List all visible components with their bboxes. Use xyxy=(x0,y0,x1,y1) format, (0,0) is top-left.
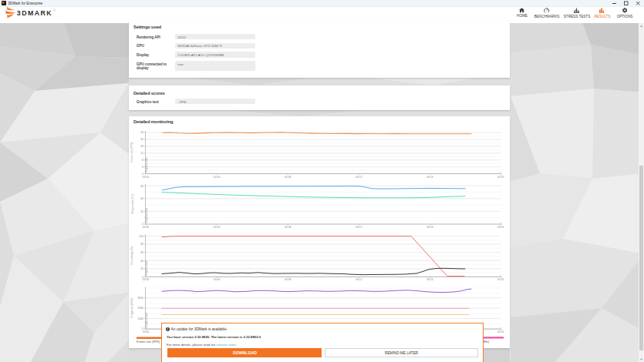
svg-text:00:00: 00:00 xyxy=(143,176,150,179)
svg-text:00:16: 00:16 xyxy=(427,176,433,179)
svg-text:Graphics test: Graphics test xyxy=(145,157,148,173)
svg-text:00:20: 00:20 xyxy=(497,226,504,229)
svg-text:20: 20 xyxy=(140,210,143,213)
svg-text:00:08: 00:08 xyxy=(285,278,292,281)
svg-text:Frame rate (FPS): Frame rate (FPS) xyxy=(137,340,160,344)
svg-text:40: 40 xyxy=(140,197,143,200)
svg-text:00:12: 00:12 xyxy=(356,226,362,229)
svg-text:00:08: 00:08 xyxy=(285,176,292,179)
svg-text:00:04: 00:04 xyxy=(214,176,221,179)
svg-text:Frame rate (FPS): Frame rate (FPS) xyxy=(131,142,134,163)
svg-text:00:00: 00:00 xyxy=(143,330,150,334)
svg-text:80: 80 xyxy=(140,243,143,246)
svg-text:Graphics test: Graphics test xyxy=(145,313,148,328)
svg-text:Graphics test: Graphics test xyxy=(145,260,148,276)
svg-text:Percentage (%): Percentage (%) xyxy=(131,246,134,265)
svg-text:00:20: 00:20 xyxy=(497,278,504,281)
svg-text:®: ® xyxy=(54,9,56,12)
svg-text:00:00: 00:00 xyxy=(143,278,150,281)
svg-text:Temperature (°C): Temperature (°C) xyxy=(131,194,134,214)
svg-text:00:08: 00:08 xyxy=(285,226,292,229)
svg-text:4: 4 xyxy=(142,166,143,169)
svg-text:1000: 1000 xyxy=(137,317,143,320)
svg-text:16: 16 xyxy=(140,145,143,148)
svg-text:00:16: 00:16 xyxy=(427,226,433,229)
svg-text:8: 8 xyxy=(142,159,143,162)
svg-text:20: 20 xyxy=(140,267,143,270)
svg-text:00:12: 00:12 xyxy=(356,278,362,281)
svg-text:Frequency (MHz): Frequency (MHz) xyxy=(131,298,134,318)
svg-text:3000: 3000 xyxy=(137,297,143,300)
svg-text:12: 12 xyxy=(140,152,143,155)
svg-text:40: 40 xyxy=(140,260,143,263)
svg-text:2000: 2000 xyxy=(137,307,143,310)
svg-text:60: 60 xyxy=(140,251,143,254)
svg-text:00:20: 00:20 xyxy=(497,330,504,334)
svg-text:60: 60 xyxy=(140,185,143,188)
svg-text:00:12: 00:12 xyxy=(356,176,362,179)
svg-text:00:04: 00:04 xyxy=(214,278,221,281)
svg-text:Graphics test: Graphics test xyxy=(145,208,148,223)
svg-text:00:16: 00:16 xyxy=(427,278,433,281)
svg-text:24: 24 xyxy=(140,131,143,134)
svg-text:00:00: 00:00 xyxy=(143,226,150,229)
svg-text:3DMARK: 3DMARK xyxy=(17,9,52,17)
svg-text:00:20: 00:20 xyxy=(497,176,504,179)
svg-text:100: 100 xyxy=(139,235,143,238)
svg-text:00:04: 00:04 xyxy=(214,226,221,229)
svg-text:20: 20 xyxy=(140,138,143,141)
